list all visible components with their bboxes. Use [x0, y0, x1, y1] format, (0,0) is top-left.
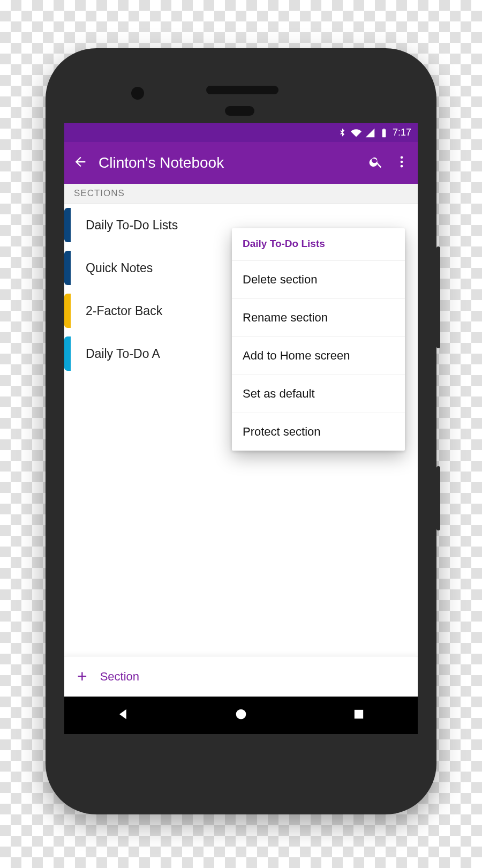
sections-header: SECTIONS: [64, 184, 418, 204]
more-button[interactable]: [394, 154, 409, 171]
side-button-volume: [436, 246, 440, 348]
app-bar: Clinton's Notebook: [64, 142, 418, 184]
section-color-tab: [64, 251, 71, 285]
menu-item-protect[interactable]: Protect section: [232, 413, 405, 451]
section-label: Daily To-Do Lists: [86, 218, 178, 233]
section-color-tab: [64, 294, 71, 328]
add-section-bar[interactable]: + Section: [64, 656, 418, 697]
section-label: 2-Factor Back: [86, 304, 162, 318]
context-menu-title: Daily To-Do Lists: [232, 228, 405, 260]
square-recent-icon: [351, 707, 366, 722]
status-bar: 7:17: [64, 123, 418, 142]
camera-dot: [131, 87, 144, 100]
menu-item-rename[interactable]: Rename section: [232, 298, 405, 336]
nav-recent-button[interactable]: [351, 707, 366, 724]
section-color-tab: [64, 336, 71, 371]
nav-back-button[interactable]: [116, 707, 131, 724]
menu-item-set-default[interactable]: Set as default: [232, 375, 405, 413]
sensor-slot: [225, 106, 254, 116]
menu-item-add-home[interactable]: Add to Home screen: [232, 336, 405, 375]
menu-item-delete[interactable]: Delete section: [232, 260, 405, 298]
context-menu: Daily To-Do Lists Delete section Rename …: [232, 228, 405, 451]
svg-rect-1: [355, 710, 363, 719]
circle-home-icon: [234, 707, 248, 722]
appbar-title: Clinton's Notebook: [99, 154, 358, 171]
section-label: Daily To-Do A: [86, 347, 160, 361]
search-button[interactable]: [368, 154, 383, 171]
side-button-power: [436, 466, 440, 530]
back-button[interactable]: [73, 154, 88, 171]
section-label: Quick Notes: [86, 261, 153, 275]
bluetooth-icon: [337, 128, 348, 138]
nav-home-button[interactable]: [234, 707, 248, 724]
triangle-back-icon: [116, 707, 131, 722]
speaker-slot: [206, 86, 278, 94]
svg-point-0: [236, 709, 246, 720]
battery-icon: [379, 128, 389, 138]
arrow-back-icon: [73, 154, 88, 169]
phone-frame: 7:17 Clinton's Notebook SECTIONS Daily T…: [46, 48, 436, 814]
plus-icon: +: [77, 667, 87, 686]
android-nav-bar: [64, 697, 418, 734]
section-color-tab: [64, 208, 71, 242]
signal-icon: [365, 128, 375, 138]
wifi-icon: [351, 128, 362, 138]
status-time: 7:17: [393, 127, 411, 138]
add-section-label: Section: [100, 670, 139, 684]
more-vert-icon: [394, 154, 409, 169]
screen: 7:17 Clinton's Notebook SECTIONS Daily T…: [64, 123, 418, 734]
search-icon: [368, 154, 383, 169]
